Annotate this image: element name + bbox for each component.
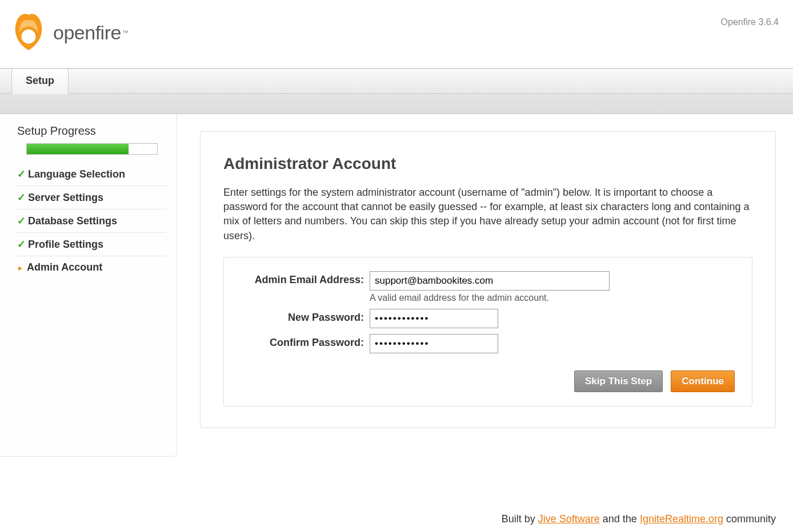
link-jive-software[interactable]: Jive Software [538, 513, 600, 525]
check-icon: ✓ [17, 215, 26, 227]
version-label: Openfire 3.6.4 [721, 17, 779, 27]
progress-bar [26, 143, 158, 155]
step-profile-settings[interactable]: ✓ Profile Settings [17, 233, 166, 256]
row-confirm-password: Confirm Password: [241, 334, 735, 353]
page-title: Administrator Account [223, 155, 752, 173]
caret-right-icon: ▸ [18, 263, 22, 272]
progress-fill [27, 144, 129, 154]
step-server-settings[interactable]: ✓ Server Settings [17, 186, 166, 209]
step-list: ✓ Language Selection ✓ Server Settings ✓… [17, 163, 166, 279]
label-admin-email: Admin Email Address: [241, 271, 370, 286]
row-admin-email: Admin Email Address: A valid email addre… [241, 271, 735, 303]
admin-email-input[interactable] [370, 271, 610, 291]
new-password-input[interactable] [370, 309, 498, 328]
form-panel: Administrator Account Enter settings for… [200, 131, 776, 428]
content: Setup Progress ✓ Language Selection ✓ Se… [0, 114, 793, 457]
link-igniterealtime[interactable]: IgniteRealtime.org [640, 513, 723, 525]
tab-bar: Setup [0, 68, 793, 94]
logo: openfire ™ [9, 10, 129, 55]
check-icon: ✓ [17, 191, 26, 204]
check-icon: ✓ [17, 238, 26, 251]
main-panel: Administrator Account Enter settings for… [177, 114, 793, 457]
step-database-settings[interactable]: ✓ Database Settings [17, 209, 166, 233]
sub-bar [0, 94, 793, 114]
continue-button[interactable]: Continue [671, 370, 735, 392]
header: openfire ™ Openfire 3.6.4 [0, 0, 793, 68]
sidebar-title: Setup Progress [17, 124, 166, 138]
page-description: Enter settings for the system administra… [223, 186, 752, 243]
tab-setup[interactable]: Setup [11, 69, 69, 94]
app-name: openfire [53, 22, 121, 44]
footer: Built by Jive Software and the IgniteRea… [502, 513, 776, 525]
skip-button[interactable]: Skip This Step [574, 370, 663, 392]
label-new-password: New Password: [241, 309, 370, 324]
confirm-password-input[interactable] [370, 334, 498, 353]
button-row: Skip This Step Continue [241, 370, 735, 392]
step-language-selection[interactable]: ✓ Language Selection [17, 163, 166, 186]
sidebar: Setup Progress ✓ Language Selection ✓ Se… [0, 114, 177, 457]
check-icon: ✓ [17, 168, 26, 180]
flame-icon [9, 10, 49, 55]
row-new-password: New Password: [241, 309, 735, 328]
email-hint: A valid email address for the admin acco… [370, 293, 610, 303]
step-admin-account[interactable]: ▸ Admin Account [17, 256, 166, 279]
label-confirm-password: Confirm Password: [241, 334, 370, 349]
trademark-icon: ™ [122, 29, 129, 36]
form-box: Admin Email Address: A valid email addre… [223, 257, 752, 406]
